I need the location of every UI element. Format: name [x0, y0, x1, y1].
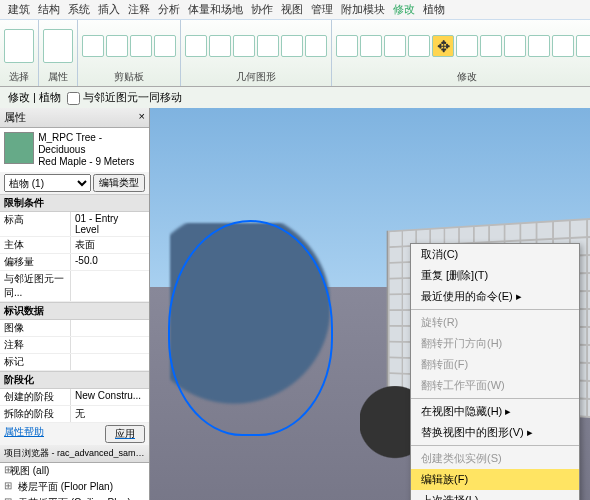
browser-title-text: 项目浏览器 - rac_advanced_sample... — [4, 447, 145, 460]
ribbon-group-剪贴板: 剪贴板 — [78, 20, 181, 86]
property-category: 阶段化 — [0, 371, 149, 389]
ribbon: 选择属性剪贴板几何图形修改视图测量创建模式主体 — [0, 19, 590, 87]
property-row[interactable]: 创建的阶段New Constru... — [0, 389, 149, 406]
edit-type-button[interactable]: 编辑类型 — [93, 174, 145, 192]
ribbon-button[interactable] — [154, 35, 176, 57]
context-menu-item[interactable]: 最近使用的命令(E) ▸ — [411, 286, 579, 307]
property-row[interactable]: 注释 — [0, 337, 149, 354]
context-menu-item: 旋转(R) — [411, 312, 579, 333]
move-with-nearby-checkbox[interactable]: 与邻近图元一同移动 — [67, 90, 182, 105]
context-menu: 取消(C)重复 [删除](T)最近使用的命令(E) ▸旋转(R)翻转开门方向(H… — [410, 243, 580, 500]
menu-视图[interactable]: 视图 — [281, 2, 303, 17]
ribbon-button[interactable] — [185, 35, 207, 57]
context-menu-item: 创建类似实例(S) — [411, 448, 579, 469]
ribbon-group-label: 属性 — [48, 70, 68, 84]
context-menu-item[interactable]: 替换视图中的图形(V) ▸ — [411, 422, 579, 443]
property-row[interactable]: 拆除的阶段无 — [0, 406, 149, 423]
context-menu-item[interactable]: 重复 [删除](T) — [411, 265, 579, 286]
ribbon-button[interactable] — [576, 35, 590, 57]
menu-管理[interactable]: 管理 — [311, 2, 333, 17]
property-category: 标识数据 — [0, 302, 149, 320]
ribbon-button[interactable] — [106, 35, 128, 57]
ribbon-button[interactable] — [432, 35, 454, 57]
menu-bar: 建筑结构系统插入注释分析体量和场地协作视图管理附加模块修改植物 — [0, 0, 590, 19]
selection-outline — [168, 220, 333, 436]
property-row[interactable]: 主体表面 — [0, 237, 149, 254]
menu-系统[interactable]: 系统 — [68, 2, 90, 17]
options-bar: 修改 | 植物 与邻近图元一同移动 — [0, 87, 590, 108]
ribbon-button[interactable] — [281, 35, 303, 57]
ribbon-button[interactable] — [82, 35, 104, 57]
browser-panel-title: 项目浏览器 - rac_advanced_sample... — [0, 445, 149, 463]
menu-修改[interactable]: 修改 — [393, 2, 415, 17]
ribbon-group-label: 几何图形 — [236, 70, 276, 84]
type-thumbnail — [4, 132, 34, 164]
ribbon-button[interactable] — [480, 35, 502, 57]
ribbon-button[interactable] — [233, 35, 255, 57]
property-row[interactable]: 与邻近图元一同... — [0, 271, 149, 302]
close-icon[interactable]: × — [139, 110, 145, 125]
ribbon-button[interactable] — [408, 35, 430, 57]
context-menu-item: 翻转面(F) — [411, 354, 579, 375]
context-menu-item: 翻转开门方向(H) — [411, 333, 579, 354]
property-row[interactable]: 标记 — [0, 354, 149, 371]
ribbon-button[interactable] — [552, 35, 574, 57]
project-browser[interactable]: 视图 (all)楼层平面 (Floor Plan)天花板平面 (Ceiling … — [0, 463, 149, 500]
context-menu-item[interactable]: 取消(C) — [411, 244, 579, 265]
ribbon-button[interactable] — [4, 29, 34, 63]
ribbon-button[interactable] — [209, 35, 231, 57]
ribbon-button[interactable] — [305, 35, 327, 57]
menu-体量和场地[interactable]: 体量和场地 — [188, 2, 243, 17]
property-row[interactable]: 标高01 - Entry Level — [0, 212, 149, 237]
context-menu-item[interactable]: 上次选择(L) — [411, 490, 579, 500]
ribbon-group-修改: 修改 — [332, 20, 590, 86]
ribbon-group-几何图形: 几何图形 — [181, 20, 332, 86]
ribbon-button[interactable] — [130, 35, 152, 57]
options-context-label: 修改 | 植物 — [8, 90, 61, 105]
ribbon-button[interactable] — [43, 29, 73, 63]
ribbon-button[interactable] — [360, 35, 382, 57]
menu-结构[interactable]: 结构 — [38, 2, 60, 17]
ribbon-button[interactable] — [384, 35, 406, 57]
menu-插入[interactable]: 插入 — [98, 2, 120, 17]
properties-panel-title: 属性 × — [0, 108, 149, 128]
ribbon-group-label: 剪贴板 — [114, 70, 144, 84]
ribbon-button[interactable] — [528, 35, 550, 57]
context-menu-item[interactable]: 编辑族(F) — [411, 469, 579, 490]
property-category: 限制条件 — [0, 194, 149, 212]
checkbox[interactable] — [67, 92, 80, 105]
ribbon-group-选择: 选择 — [0, 20, 39, 86]
tree-item[interactable]: 天花板平面 (Ceiling Plan) — [0, 495, 149, 500]
menu-分析[interactable]: 分析 — [158, 2, 180, 17]
context-menu-item: 翻转工作平面(W) — [411, 375, 579, 396]
property-row[interactable]: 偏移量-50.0 — [0, 254, 149, 271]
properties-table: 限制条件标高01 - Entry Level主体表面偏移量-50.0与邻近图元一… — [0, 194, 149, 423]
ribbon-group-label: 修改 — [457, 70, 477, 84]
category-dropdown[interactable]: 植物 (1) — [4, 174, 91, 192]
ribbon-button[interactable] — [336, 35, 358, 57]
type-selector[interactable]: M_RPC Tree - Deciduous Red Maple - 9 Met… — [0, 128, 149, 172]
tree-root[interactable]: 视图 (all) — [0, 463, 149, 479]
apply-button[interactable]: 应用 — [105, 425, 145, 443]
ribbon-button[interactable] — [456, 35, 478, 57]
ribbon-button[interactable] — [504, 35, 526, 57]
viewport-3d[interactable]: 取消(C)重复 [删除](T)最近使用的命令(E) ▸旋转(R)翻转开门方向(H… — [150, 108, 590, 500]
menu-建筑[interactable]: 建筑 — [8, 2, 30, 17]
ribbon-group-属性: 属性 — [39, 20, 78, 86]
left-dock: 属性 × M_RPC Tree - Deciduous Red Maple - … — [0, 108, 150, 500]
ribbon-button[interactable] — [257, 35, 279, 57]
type-name: M_RPC Tree - Deciduous Red Maple - 9 Met… — [38, 132, 145, 168]
menu-植物[interactable]: 植物 — [423, 2, 445, 17]
panel-title-text: 属性 — [4, 110, 26, 125]
tree-item[interactable]: 楼层平面 (Floor Plan) — [0, 479, 149, 495]
menu-附加模块[interactable]: 附加模块 — [341, 2, 385, 17]
properties-help-link[interactable]: 属性帮助 — [4, 425, 44, 443]
checkbox-label: 与邻近图元一同移动 — [83, 91, 182, 103]
property-row[interactable]: 图像 — [0, 320, 149, 337]
context-menu-item[interactable]: 在视图中隐藏(H) ▸ — [411, 401, 579, 422]
ribbon-group-label: 选择 — [9, 70, 29, 84]
menu-注释[interactable]: 注释 — [128, 2, 150, 17]
menu-协作[interactable]: 协作 — [251, 2, 273, 17]
